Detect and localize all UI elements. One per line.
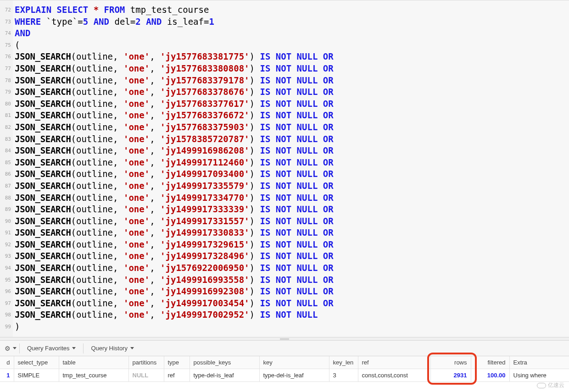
col-select_type[interactable]: select_type	[14, 356, 59, 369]
sql-editor[interactable]: 7273747576777879808182838485868788899091…	[0, 0, 569, 337]
query-history-button[interactable]: Query History	[86, 341, 138, 356]
query-favorites-label: Query Favorites	[27, 345, 69, 352]
cloud-icon	[537, 383, 546, 388]
col-key[interactable]: key	[259, 356, 329, 369]
col-possible_keys[interactable]: possible_keys	[190, 356, 259, 369]
cell-rows: 2931	[430, 369, 471, 382]
cell-key: type-del-is_leaf	[259, 369, 329, 382]
cell-type: ref	[164, 369, 190, 382]
cell-partitions: NULL	[128, 369, 164, 382]
cell-key_len: 3	[329, 369, 358, 382]
col-Extra[interactable]: Extra	[509, 356, 569, 369]
col-d[interactable]: d	[0, 356, 14, 369]
pane-resize-handle[interactable]	[0, 337, 569, 341]
cell-ref: const,const,const	[358, 369, 430, 382]
col-rows[interactable]: rows	[430, 356, 471, 369]
table-header-row: dselect_typetablepartitionstypepossible_…	[0, 356, 569, 369]
col-partitions[interactable]: partitions	[128, 356, 164, 369]
gear-icon[interactable]: ⚙	[2, 345, 13, 352]
col-filtered[interactable]: filtered	[471, 356, 509, 369]
cell-possible_keys: type-del-is_leaf	[190, 369, 259, 382]
cell-table: tmp_test_course	[59, 369, 128, 382]
chevron-down-icon	[72, 347, 76, 349]
cell-Extra: Using where	[509, 369, 569, 382]
col-type[interactable]: type	[164, 356, 190, 369]
explain-result-table[interactable]: dselect_typetablepartitionstypepossible_…	[0, 356, 569, 382]
query-history-label: Query History	[91, 345, 127, 352]
cell-d: 1	[0, 369, 14, 382]
chevron-down-icon[interactable]	[13, 347, 17, 349]
col-table[interactable]: table	[59, 356, 128, 369]
table-row[interactable]: 1SIMPLEtmp_test_courseNULLreftype-del-is…	[0, 369, 569, 382]
query-favorites-button[interactable]: Query Favorites	[22, 341, 80, 356]
line-gutter: 7273747576777879808182838485868788899091…	[0, 0, 13, 337]
results-pane: dselect_typetablepartitionstypepossible_…	[0, 356, 569, 382]
col-key_len[interactable]: key_len	[329, 356, 358, 369]
watermark: 亿速云	[537, 381, 564, 389]
chevron-down-icon	[130, 347, 134, 349]
code-area[interactable]: EXPLAIN SELECT * FROM tmp_test_course WH…	[13, 0, 569, 337]
cell-select_type: SIMPLE	[14, 369, 59, 382]
results-toolbar: ⚙ Query Favorites Query History	[0, 341, 569, 356]
col-ref[interactable]: ref	[358, 356, 430, 369]
cell-filtered: 100.00	[471, 369, 509, 382]
